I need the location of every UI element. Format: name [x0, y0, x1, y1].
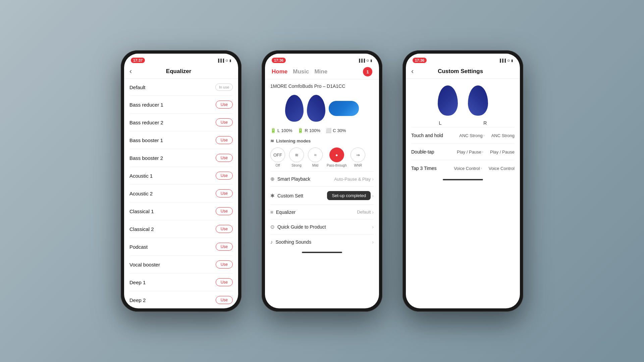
mode-item[interactable]: ≈Mild [308, 147, 323, 167]
cs-earbud-left [438, 85, 458, 116]
menu-row-right: › [372, 239, 374, 245]
chevron-right-icon: › [483, 133, 485, 138]
menu-row[interactable]: ⊕Smart PlaybackAuto-Pause & Play› [270, 171, 374, 186]
listening-modes-label: ≋ Listening modes [270, 136, 374, 145]
cs-back-button[interactable]: ‹ [411, 67, 414, 76]
use-button[interactable]: Use [216, 189, 233, 197]
menu-row-right: › [372, 224, 374, 230]
menu-icon: ⊙ [270, 224, 275, 230]
use-button[interactable]: Use [216, 154, 233, 162]
eq-list[interactable]: DefaultIn useBass reducer 1UseBass reduc… [124, 79, 238, 308]
home-bar-2[interactable] [302, 252, 342, 253]
mode-label: Mild [312, 164, 318, 167]
label-r: R [483, 120, 487, 126]
wifi-icon: ⊙ [225, 59, 228, 62]
eq-item-name: Classical 2 [129, 226, 154, 232]
menu-row-right: Auto-Pause & Play› [334, 176, 374, 182]
menu-icon: ♪ [270, 239, 273, 245]
cs-earbud-right [468, 85, 488, 116]
eq-item-name: Vocal booster [129, 262, 160, 267]
phone3: 17:36 ▐▐▐ ⊙ ▮ ‹ Custom Settings L R [402, 50, 523, 312]
earbud-right [307, 95, 325, 122]
mode-circle: ≈ [308, 147, 323, 162]
cs-earbuds-display [411, 79, 515, 119]
use-button[interactable]: Use [216, 136, 233, 144]
phone3-screen: 17:36 ▐▐▐ ⊙ ▮ ‹ Custom Settings L R [406, 54, 520, 308]
cs-right-value[interactable]: ANC Strong [491, 133, 515, 138]
cs-setting-label: Tap 3 Times [411, 166, 441, 171]
signal-icon: ▐▐▐ [499, 59, 506, 62]
eq-item-name: Deep 1 [129, 280, 146, 285]
tab-music[interactable]: Music [293, 68, 309, 75]
wifi-icon: ⊙ [366, 59, 369, 62]
phone3-content: ‹ Custom Settings L R Touch and holdANC … [406, 64, 520, 176]
menu-row[interactable]: ⊙Quick Guide to Product› [270, 219, 374, 234]
mode-item[interactable]: ●Pass-through [327, 147, 346, 167]
home-bar-3[interactable] [443, 179, 483, 180]
menu-value: Auto-Pause & Play [334, 177, 371, 182]
mode-circle: OFF [270, 147, 285, 162]
battery-case: ⬜ C 30% [326, 128, 346, 133]
use-button[interactable]: Use [216, 243, 233, 251]
eq-item: Acoustic 1Use [129, 167, 233, 185]
signal-icon: ▐▐▐ [358, 59, 365, 62]
use-button[interactable]: Use [216, 118, 233, 126]
wifi-icon: ⊙ [507, 59, 510, 62]
mode-item[interactable]: OFFOff [270, 147, 285, 167]
cs-content: L R Touch and holdANC Strong ›ANC Strong… [406, 79, 520, 176]
cs-header: ‹ Custom Settings [406, 64, 520, 79]
earbud-left [285, 95, 304, 122]
eq-item-name: Acoustic 1 [129, 173, 153, 179]
label-l: L [439, 120, 442, 126]
eq-item-name: Deep 2 [129, 297, 146, 303]
listening-modes: OFFOff≋Strong≈Mild●Pass-through⇒WNR [270, 145, 374, 171]
chevron-right-icon: › [481, 166, 482, 171]
chevron-right-icon: › [372, 193, 374, 198]
use-button[interactable]: Use [216, 296, 233, 304]
use-button[interactable]: Use [216, 101, 233, 109]
signal-icon: ▐▐▐ [217, 59, 224, 62]
phone2-time: 17:36 [272, 58, 286, 63]
menu-row[interactable]: ≡EqualizerDefault› [270, 204, 374, 219]
eq-item: Deep 1Use [129, 274, 233, 291]
battery-left: 🔋 L 100% [270, 128, 292, 133]
use-button[interactable]: Use [216, 225, 233, 233]
phone1-time: 17:37 [131, 58, 145, 63]
tab-home[interactable]: Home [272, 68, 287, 75]
mode-label: Pass-through [327, 164, 346, 167]
chevron-right-icon: › [482, 149, 483, 154]
menu-row[interactable]: ✱Custom SettSet-up completed› [270, 186, 374, 204]
lr-labels: L R [411, 119, 515, 127]
menu-row[interactable]: ♪Soothing Sounds› [270, 234, 374, 249]
phone1-screen: 17:37 ▐▐▐ ⊙ ▮ ‹ Equalizer DefaultIn useB… [124, 54, 238, 308]
mode-item[interactable]: ⇒WNR [351, 147, 365, 167]
tab-mine[interactable]: Mine [314, 68, 327, 75]
cs-left-value[interactable]: Voice Control › [454, 166, 482, 171]
cs-left-value[interactable]: ANC Strong › [459, 133, 484, 138]
cs-left-value[interactable]: Play / Pause › [457, 149, 483, 155]
eq-item-name: Classical 1 [129, 208, 154, 214]
notification-badge[interactable]: 1 [363, 67, 372, 76]
battery-left-value: 100% [281, 128, 292, 133]
cs-setting-row: Tap 3 TimesVoice Control ›Voice Control [411, 160, 515, 176]
use-button[interactable]: In use [215, 83, 233, 91]
cs-settings-container: Touch and holdANC Strong ›ANC StrongDoub… [411, 127, 515, 176]
chevron-right-icon: › [372, 239, 374, 245]
use-button[interactable]: Use [216, 207, 233, 215]
cs-setting-values: Play / Pause ›Play / Pause [441, 149, 515, 155]
cs-right-value[interactable]: Voice Control [489, 166, 515, 171]
use-button[interactable]: Use [216, 260, 233, 268]
case-image [329, 101, 359, 116]
eq-item-name: Acoustic 2 [129, 191, 153, 196]
mode-label: Strong [291, 164, 301, 167]
listening-modes-icon: ≋ [270, 138, 274, 143]
eq-item: DefaultIn use [129, 79, 233, 96]
phone1: 17:37 ▐▐▐ ⊙ ▮ ‹ Equalizer DefaultIn useB… [121, 50, 241, 312]
use-button[interactable]: Use [216, 278, 233, 286]
cs-right-value[interactable]: Play / Pause [490, 149, 515, 155]
mode-item[interactable]: ≋Strong [289, 147, 304, 167]
back-button[interactable]: ‹ [129, 67, 132, 76]
cs-title: Custom Settings [416, 68, 504, 75]
mode-label: Off [275, 164, 280, 167]
use-button[interactable]: Use [216, 172, 233, 180]
